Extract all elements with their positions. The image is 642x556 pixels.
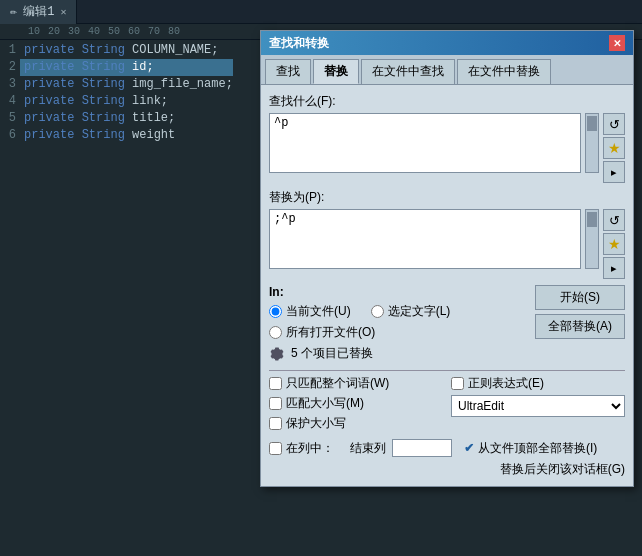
code-line-3: private String img_file_name; (20, 76, 233, 93)
checkbox-whole-word-input[interactable] (269, 377, 282, 390)
tab-pencil-icon: ✏ (10, 4, 17, 19)
tab-bar: ✏ 编辑1 ✕ (0, 0, 642, 24)
history-icon: ↺ (609, 117, 620, 132)
from-top-check-row[interactable]: ✔ 从文件顶部全部替换(I) (464, 440, 597, 457)
replace-field-row: ;^p ↺ ★ ▸ (269, 209, 625, 279)
replace-favorite-button[interactable]: ★ (603, 233, 625, 255)
ruler-mark-80: 80 (168, 26, 188, 37)
code-lines[interactable]: private String COLUMN_NAME; private Stri… (20, 40, 233, 146)
radio-selected-text[interactable]: 选定文字(L) (371, 303, 451, 320)
gear-icon (269, 346, 285, 362)
line-num-4: 4 (2, 93, 16, 110)
start-button[interactable]: 开始(S) (535, 285, 625, 310)
radio-selected-text-input[interactable] (371, 305, 384, 318)
replace-more-icon: ▸ (611, 262, 617, 275)
gear-row: 5 个项目已替换 (269, 345, 527, 362)
replace-textarea-wrapper: ;^p (269, 209, 581, 272)
ruler-marks: 10 20 30 40 50 60 70 80 (28, 26, 188, 37)
checkbox-in-column-label: 在列中： (286, 440, 334, 457)
replace-star-icon: ★ (608, 236, 621, 252)
line-num-2: 2 (2, 59, 16, 76)
find-favorite-button[interactable]: ★ (603, 137, 625, 159)
line-num-6: 6 (2, 127, 16, 144)
more-icon: ▸ (611, 166, 617, 179)
checkbox-match-case-label: 匹配大小写(M) (286, 395, 364, 412)
ruler-mark-40: 40 (88, 26, 108, 37)
radio-row-2: 所有打开文件(O) (269, 324, 527, 341)
radio-all-open-label: 所有打开文件(O) (286, 324, 375, 341)
gear-status-text: 5 个项目已替换 (291, 345, 373, 362)
tab-replace[interactable]: 替换 (313, 59, 359, 84)
line-num-5: 5 (2, 110, 16, 127)
tab-find[interactable]: 查找 (265, 59, 311, 84)
action-buttons: 开始(S) 全部替换(A) (535, 285, 625, 339)
checkbox-in-column-input[interactable] (269, 442, 282, 455)
replace-all-button[interactable]: 全部替换(A) (535, 314, 625, 339)
ruler-mark-70: 70 (148, 26, 168, 37)
checkbox-preserve-case-input[interactable] (269, 417, 282, 430)
replace-scrollbar-thumb (587, 212, 597, 227)
find-textarea-wrapper: ^p (269, 113, 581, 176)
in-label: In: (269, 285, 527, 299)
replace-textarea[interactable]: ;^p (269, 209, 581, 269)
tab-replace-in-files[interactable]: 在文件中替换 (457, 59, 551, 84)
tab-find-in-files[interactable]: 在文件中查找 (361, 59, 455, 84)
find-field-row: ^p ↺ ★ ▸ (269, 113, 625, 183)
radio-current-file[interactable]: 当前文件(U) (269, 303, 351, 320)
ruler-mark-30: 30 (68, 26, 88, 37)
code-line-4: private String link; (20, 93, 233, 110)
tab-close-button[interactable]: ✕ (60, 6, 66, 18)
checkbox-preserve-case[interactable]: 保护大小写 (269, 415, 443, 432)
checkbox-match-case[interactable]: 匹配大小写(M) (269, 395, 443, 412)
radio-selected-text-label: 选定文字(L) (388, 303, 451, 320)
checkbox-whole-word[interactable]: 只匹配整个词语(W) (269, 375, 443, 392)
replace-scrollbar[interactable] (585, 209, 599, 269)
find-textarea[interactable]: ^p (269, 113, 581, 173)
replace-more-button[interactable]: ▸ (603, 257, 625, 279)
checkmark-icon: ✔ (464, 441, 474, 455)
radio-current-file-label: 当前文件(U) (286, 303, 351, 320)
dialog-title: 查找和转换 (269, 35, 329, 52)
checkbox-regex-label: 正则表达式(E) (468, 375, 544, 392)
ruler-mark-50: 50 (108, 26, 128, 37)
dialog-close-button[interactable]: ✕ (609, 35, 625, 51)
line-num-1: 1 (2, 42, 16, 59)
from-top-label: 从文件顶部全部替换(I) (478, 440, 597, 457)
ruler-mark-60: 60 (128, 26, 148, 37)
replace-history-button[interactable]: ↺ (603, 209, 625, 231)
dialog-tab-bar: 查找 替换 在文件中查找 在文件中替换 (261, 55, 633, 85)
checkbox-in-column[interactable]: 在列中： (269, 440, 334, 457)
ruler-mark-10: 10 (28, 26, 48, 37)
checkbox-regex-input[interactable] (451, 377, 464, 390)
find-scrollbar-thumb (587, 116, 597, 131)
dialog-titlebar: 查找和转换 ✕ (261, 31, 633, 55)
code-line-1: private String COLUMN_NAME; (20, 42, 233, 59)
checkbox-whole-word-label: 只匹配整个词语(W) (286, 375, 389, 392)
replace-icon-buttons: ↺ ★ ▸ (603, 209, 625, 279)
code-line-5: private String title; (20, 110, 233, 127)
checkbox-match-case-input[interactable] (269, 397, 282, 410)
ruler-mark-20: 20 (48, 26, 68, 37)
radio-row-1: 当前文件(U) 选定文字(L) (269, 303, 527, 320)
find-more-button[interactable]: ▸ (603, 161, 625, 183)
find-icon-buttons: ↺ ★ ▸ (603, 113, 625, 183)
radio-all-open-input[interactable] (269, 326, 282, 339)
mode-dropdown[interactable]: UltraEdit (451, 395, 625, 417)
find-history-button[interactable]: ↺ (603, 113, 625, 135)
end-col-input[interactable] (392, 439, 452, 457)
code-line-2: private String id; (20, 59, 233, 76)
find-scrollbar[interactable] (585, 113, 599, 173)
checkbox-regex[interactable]: 正则表达式(E) (451, 375, 625, 392)
code-line-6: private String weight (20, 127, 233, 144)
radio-current-file-input[interactable] (269, 305, 282, 318)
radio-all-open[interactable]: 所有打开文件(O) (269, 324, 375, 341)
dialog-body: 查找什么(F): ^p ↺ ★ ▸ 替换为(P): (261, 85, 633, 486)
editor-tab-1[interactable]: ✏ 编辑1 ✕ (0, 0, 77, 24)
checkbox-preserve-case-label: 保护大小写 (286, 415, 346, 432)
replace-history-icon: ↺ (609, 213, 620, 228)
star-icon: ★ (608, 140, 621, 156)
close-after-check-row[interactable]: 替换后关闭该对话框(G) (500, 461, 625, 478)
line-numbers: 1 2 3 4 5 6 (0, 40, 20, 146)
close-after-label: 替换后关闭该对话框(G) (500, 461, 625, 478)
line-num-3: 3 (2, 76, 16, 93)
